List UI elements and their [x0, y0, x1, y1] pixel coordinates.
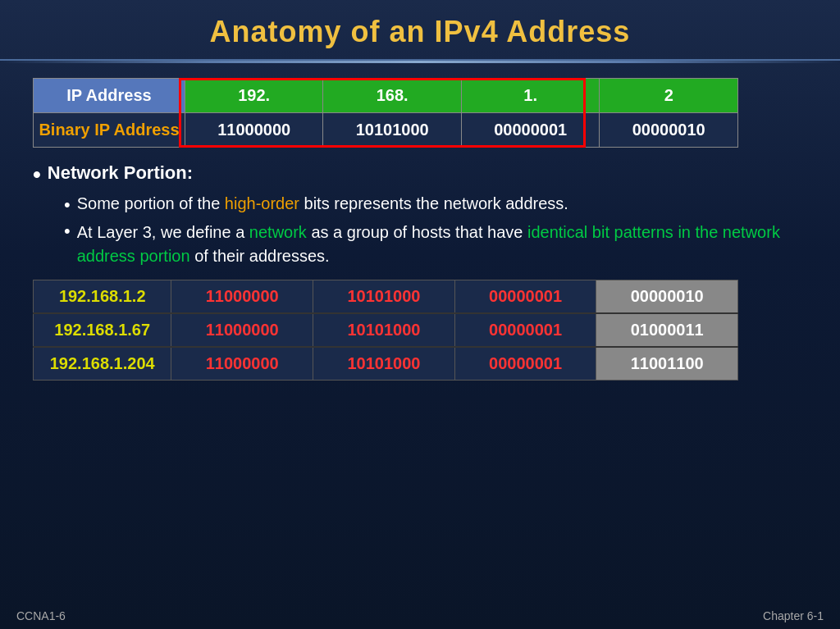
title-section: Anatomy of an IPv4 Address [0, 0, 840, 61]
compare-addr-1: 192.168.1.2 [34, 280, 171, 314]
compare-bin1-3: 11000000 [171, 347, 313, 381]
footer-right: Chapter 6-1 [763, 609, 824, 622]
main-bullet-dot: • [33, 162, 41, 188]
ip-octet-2: 168. [323, 79, 462, 113]
compare-bin1-2: 11000000 [171, 313, 313, 347]
compare-bin3-3: 00000001 [454, 347, 596, 381]
compare-bin3-1: 00000001 [454, 280, 596, 314]
binary-octet-2: 10101000 [323, 113, 462, 148]
sub-bullet-2-text: At Layer 3, we define a network as a gro… [77, 221, 807, 268]
sub-bullet-1-text: Some portion of the high-order bits repr… [77, 194, 568, 213]
compare-row-3: 192.168.1.204 11000000 10101000 00000001… [34, 347, 738, 381]
ip-octet-3: 1. [461, 79, 600, 113]
ip-table: IP Address 192. 168. 1. 2 Binary IP Addr… [33, 78, 738, 148]
ip-octet-4: 2 [600, 79, 738, 113]
sub-bullet-2-dot: • [64, 221, 71, 242]
binary-octet-4: 00000010 [600, 113, 738, 148]
compare-bin3-2: 00000001 [454, 313, 596, 347]
compare-bin4-3: 11001100 [596, 347, 738, 381]
footer: CCNA1-6 Chapter 6-1 [0, 609, 840, 622]
sub-bullet-1: • Some portion of the high-order bits re… [64, 194, 807, 216]
compare-row-1: 192.168.1.2 11000000 10101000 00000001 0… [34, 280, 738, 314]
high-order-highlight: high-order [225, 194, 299, 212]
compare-bin2-1: 10101000 [313, 280, 455, 314]
sub-bullet-2: • At Layer 3, we define a network as a g… [64, 221, 807, 268]
sub-bullet-1-dot: • [64, 194, 71, 216]
ip-address-table: IP Address 192. 168. 1. 2 Binary IP Addr… [33, 78, 738, 148]
binary-octet-3: 00000001 [461, 113, 600, 148]
main-content: IP Address 192. 168. 1. 2 Binary IP Addr… [0, 63, 840, 389]
compare-bin2-2: 10101000 [313, 313, 455, 347]
binary-address-row: Binary IP Address 11000000 10101000 0000… [34, 113, 738, 148]
main-bullet: • Network Portion: [33, 162, 807, 188]
network-highlight: network [249, 223, 307, 241]
compare-addr-2: 192.168.1.67 [34, 313, 171, 347]
bullet-section: • Network Portion: • Some portion of the… [33, 162, 807, 268]
compare-addr-3: 192.168.1.204 [34, 347, 171, 381]
binary-ip-label: Binary IP Address [34, 113, 185, 148]
ip-octet-1: 192. [185, 79, 323, 113]
compare-table-section: 192.168.1.2 11000000 10101000 00000001 0… [33, 280, 738, 381]
ip-address-row: IP Address 192. 168. 1. 2 [34, 79, 738, 113]
compare-table: 192.168.1.2 11000000 10101000 00000001 0… [33, 280, 738, 381]
main-bullet-text: Network Portion: [48, 162, 193, 184]
footer-left: CCNA1-6 [16, 609, 66, 622]
compare-bin4-2: 01000011 [596, 313, 738, 347]
compare-bin4-1: 00000010 [596, 280, 738, 314]
binary-octet-1: 11000000 [185, 113, 323, 148]
compare-bin1-1: 11000000 [171, 280, 313, 314]
compare-row-2: 192.168.1.67 11000000 10101000 00000001 … [34, 313, 738, 347]
compare-bin2-3: 10101000 [313, 347, 455, 381]
ip-address-label: IP Address [34, 79, 185, 113]
page-title: Anatomy of an IPv4 Address [210, 15, 631, 48]
